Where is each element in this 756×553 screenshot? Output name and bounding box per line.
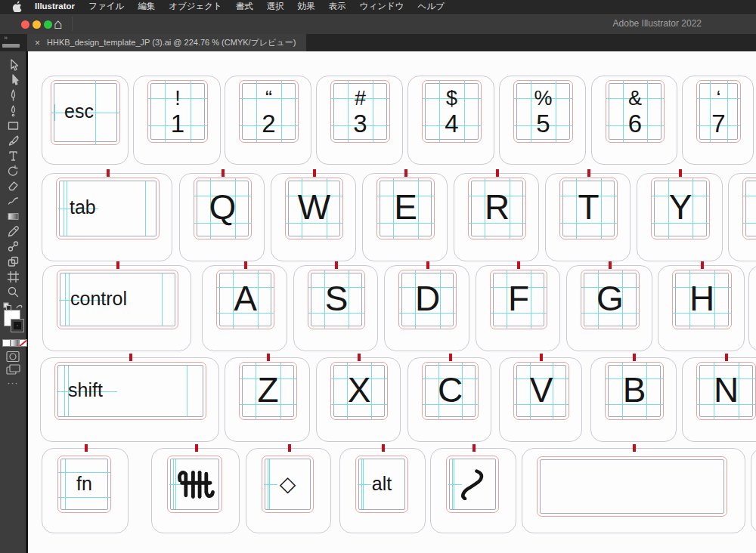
menu-item-5[interactable]: 選択 [260,0,291,13]
menu-item-1[interactable]: ファイル [82,0,131,13]
keycap-g[interactable]: G [566,265,652,351]
menu-item-6[interactable]: 効果 [291,0,322,13]
screen-mode-icon[interactable] [6,364,20,378]
menu-item-9[interactable]: ヘルプ [411,0,451,13]
menu-item-7[interactable]: 表示 [322,0,353,13]
keycap-fn[interactable]: fn [42,448,129,533]
default-fill-stroke-icon[interactable] [2,301,23,310]
apple-menu-icon[interactable] [11,1,28,12]
type-tool[interactable] [0,148,26,163]
menu-item-8[interactable]: ウィンドウ [353,0,411,13]
keycap-4[interactable]: $4 [407,76,494,165]
keycap-j-partial[interactable] [748,265,756,351]
keycap-a[interactable]: A [202,265,287,351]
minimize-window-button[interactable] [33,20,41,29]
keycap-meta-symbol[interactable] [151,448,240,533]
edit-toolbar-ellipsis[interactable]: ··· [0,378,26,388]
tools-panel-grabber[interactable] [2,44,20,48]
draw-mode-icon[interactable] [6,351,20,366]
pen-tool[interactable] [0,88,26,103]
keycap-wave-symbol[interactable] [430,448,516,533]
blend-tool[interactable] [0,239,26,254]
registration-tick [358,354,361,361]
keycap-u-partial[interactable] [728,173,756,261]
keycap-top-surface: Q [194,178,252,239]
keycap-right-partial[interactable] [751,448,756,533]
key-legend: C [426,369,475,410]
curvature-tool[interactable] [0,103,26,118]
eraser-tool[interactable] [0,178,26,193]
keycap-5[interactable]: %5 [499,76,586,165]
home-icon[interactable]: ⌂ [48,15,68,32]
window-title-bar: ⌂ Adobe Illustrator 2022 [0,13,756,34]
collapse-chevrons-icon[interactable]: » [4,34,8,42]
keycap-n[interactable]: N [682,357,756,442]
keycap-top-surface: tab [56,178,160,239]
keycap-esc[interactable]: esc [42,76,129,165]
registration-tick [633,444,636,452]
close-tab-icon[interactable]: × [35,39,40,48]
key-legend: 5 [517,110,569,138]
keycap-control[interactable]: control [42,265,191,351]
keycap-q[interactable]: Q [179,173,265,261]
keycap-1[interactable]: !1 [133,76,221,165]
document-tab[interactable]: × HHKB_design_template_JP (3).ai @ 224.7… [27,34,306,51]
menu-item-3[interactable]: オブジェクト [162,0,229,13]
keycap-3[interactable]: #3 [316,76,403,165]
keycap-diamond[interactable]: ◇ [246,448,331,533]
keycap-b[interactable]: B [590,357,677,442]
keycap-s[interactable]: S [293,265,378,351]
legend-area [170,459,219,510]
legend-area: E [380,181,432,236]
keycap-w[interactable]: W [271,173,356,261]
keycap-z[interactable]: Z [225,357,310,442]
menu-item-2[interactable]: 編集 [131,0,162,13]
registration-tick [587,169,590,177]
key-legend: 1 [151,110,204,138]
keycap-7[interactable]: ‘7 [682,76,754,165]
direct-selection-tool[interactable] [0,73,26,88]
keycap-alt[interactable]: alt [339,448,426,533]
close-window-button[interactable] [21,20,29,29]
keycap-v[interactable]: V [499,357,582,442]
keycap-y[interactable]: Y [637,173,723,261]
keycap-2[interactable]: “2 [225,76,311,165]
selection-tool[interactable] [0,57,26,73]
keycap-c[interactable]: C [407,357,491,442]
rectangle-tool[interactable] [0,118,26,133]
keycap-h[interactable]: H [658,265,745,351]
key-shift-legend: ! [151,86,204,110]
keycap-top-surface: B [605,362,664,420]
eyedropper-tool[interactable] [0,224,26,239]
keycap-space[interactable] [522,448,745,533]
artboard-canvas[interactable]: esc!1“2#3$4%5&6‘7tabQWERTYcontrolASDFGHs… [28,51,756,553]
shaper-tool[interactable] [0,193,26,209]
paintbrush-tool[interactable] [0,133,26,148]
rotate-tool[interactable] [0,163,26,178]
stroke-color-swatch[interactable] [11,319,24,332]
keycap-f[interactable]: F [476,265,560,351]
keycap-x[interactable]: X [316,357,401,442]
keycap-d[interactable]: D [384,265,469,351]
artboard-tool[interactable] [0,269,26,284]
gradient-button[interactable] [11,339,19,347]
keycap-t[interactable]: T [545,173,631,261]
color-button[interactable] [2,339,11,347]
keycap-top-surface: esc [51,80,120,145]
key-legend: esc [64,100,94,122]
zoom-tool[interactable] [0,284,26,299]
menu-item-4[interactable]: 書式 [229,0,260,13]
legend-area: “2 [242,83,296,140]
key-legend: W [289,187,339,227]
gradient-tool[interactable] [0,209,26,224]
keycap-6[interactable]: &6 [591,76,677,165]
none-button[interactable] [19,339,27,347]
keycap-top-surface: %5 [513,80,573,143]
registration-tick [195,444,198,452]
keycap-r[interactable]: R [454,173,539,261]
keycap-tab[interactable]: tab [42,173,172,261]
keycap-e[interactable]: E [362,173,448,261]
keycap-shift[interactable]: shift [40,357,219,442]
symbol-sprayer-tool[interactable] [0,254,26,269]
menu-item-illustrator[interactable]: Illustrator [28,0,82,13]
